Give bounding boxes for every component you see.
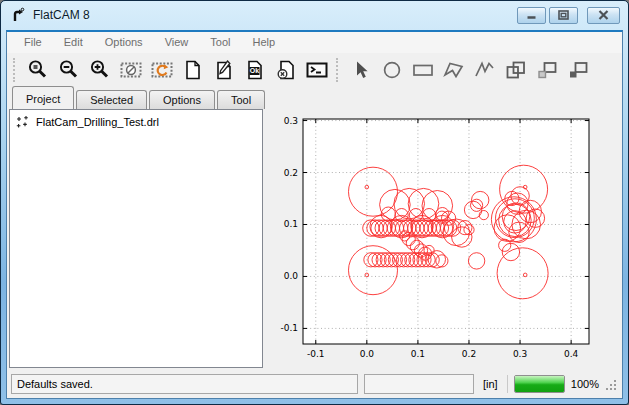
- delete-document-icon: [275, 59, 297, 81]
- zoom-fit-icon: [27, 59, 49, 81]
- client-area: File Edit Options View Tool Help: [6, 30, 623, 399]
- progress-bar: [514, 375, 565, 393]
- coordinates-field: [364, 374, 474, 394]
- progress-fill: [515, 376, 564, 392]
- replot-icon: [150, 59, 174, 81]
- resize-grip[interactable]: [605, 377, 618, 398]
- tab-bar: Project Selected Options Tool: [7, 86, 622, 109]
- toolbar-handle[interactable]: [336, 58, 340, 82]
- svg-text:0.3: 0.3: [284, 116, 298, 126]
- zoom-in-icon: [89, 59, 111, 81]
- select-tool-button[interactable]: [347, 56, 374, 83]
- svg-text:0.2: 0.2: [462, 349, 476, 359]
- intersection-shapes-icon: [535, 59, 559, 81]
- svg-text:0.1: 0.1: [411, 349, 425, 359]
- path-polyline-icon: [472, 59, 498, 81]
- toolbar: Ok: [7, 53, 622, 86]
- menu-bar: File Edit Options View Tool Help: [7, 32, 622, 53]
- titlebar[interactable]: FlatCAM 8: [1, 1, 628, 29]
- zoom-fit-button[interactable]: [24, 56, 51, 83]
- drill-points-icon: [16, 115, 29, 128]
- progress-label: 100%: [571, 378, 599, 390]
- new-geometry-button[interactable]: [179, 56, 206, 83]
- menu-tool[interactable]: Tool: [199, 32, 241, 53]
- close-button[interactable]: [587, 7, 620, 24]
- menu-help[interactable]: Help: [241, 32, 286, 53]
- maximize-icon: [558, 10, 569, 20]
- minimize-icon: [526, 11, 537, 20]
- rectangle-tool-button[interactable]: [409, 56, 436, 83]
- clear-plot-button[interactable]: [117, 56, 144, 83]
- tab-tool[interactable]: Tool: [217, 90, 265, 109]
- zoom-in-button[interactable]: [86, 56, 113, 83]
- ok-document-icon: Ok: [244, 59, 266, 81]
- main-area: FlatCam_Drilling_Test.drl -0.10.00.10.20…: [7, 109, 622, 370]
- svg-text:0.2: 0.2: [284, 168, 298, 178]
- update-geometry-button[interactable]: Ok: [241, 56, 268, 83]
- tab-options[interactable]: Options: [149, 90, 215, 109]
- drill-plot[interactable]: -0.10.00.10.20.30.4-0.10.00.10.20.3: [265, 109, 624, 371]
- path-tool-button[interactable]: [471, 56, 498, 83]
- union-shapes-icon: [504, 59, 528, 81]
- shell-button[interactable]: [303, 56, 330, 83]
- units-label: [in]: [480, 378, 501, 390]
- svg-text:0.3: 0.3: [513, 349, 527, 359]
- edit-pencil-icon: [213, 59, 235, 81]
- select-arrow-icon: [350, 59, 372, 81]
- polygon-shape-icon: [441, 59, 467, 81]
- plot-canvas[interactable]: -0.10.00.10.20.30.4-0.10.00.10.20.3: [265, 109, 620, 368]
- rectangle-shape-icon: [410, 59, 436, 81]
- flatcam-window: FlatCAM 8 File Edit Options View Tool He…: [0, 0, 629, 405]
- project-tree[interactable]: FlatCam_Drilling_Test.drl: [9, 109, 263, 368]
- statusbar-separator: [507, 375, 508, 393]
- toolbar-handle[interactable]: [13, 58, 17, 82]
- menu-edit[interactable]: Edit: [53, 32, 94, 53]
- svg-text:-0.1: -0.1: [280, 323, 298, 333]
- svg-text:0.0: 0.0: [360, 349, 375, 359]
- union-tool-button[interactable]: [502, 56, 529, 83]
- zoom-out-button[interactable]: [55, 56, 82, 83]
- clear-plot-icon: [119, 59, 143, 81]
- delete-object-button[interactable]: [272, 56, 299, 83]
- svg-text:-0.1: -0.1: [307, 349, 325, 359]
- subtract-shapes-icon: [566, 59, 590, 81]
- window-title: FlatCAM 8: [33, 8, 90, 22]
- svg-text:0.4: 0.4: [564, 349, 579, 359]
- circle-shape-icon: [380, 59, 404, 81]
- zoom-out-icon: [58, 59, 80, 81]
- flatcam-logo-icon: [10, 7, 27, 24]
- new-document-icon: [182, 59, 204, 81]
- polygon-tool-button[interactable]: [440, 56, 467, 83]
- tree-item-drill-file[interactable]: FlatCam_Drilling_Test.drl: [10, 110, 262, 131]
- svg-text:0.1: 0.1: [284, 219, 298, 229]
- tree-item-label: FlatCam_Drilling_Test.drl: [36, 116, 159, 128]
- svg-text:Ok: Ok: [249, 67, 258, 74]
- intersection-tool-button[interactable]: [533, 56, 560, 83]
- edit-geometry-button[interactable]: [210, 56, 237, 83]
- tab-project[interactable]: Project: [12, 86, 74, 109]
- shell-terminal-icon: [305, 59, 329, 81]
- minimize-button[interactable]: [517, 7, 546, 24]
- close-icon: [598, 10, 609, 20]
- maximize-button[interactable]: [549, 7, 578, 24]
- status-bar: Defaults saved. [in] 100%: [7, 370, 622, 398]
- status-message: Defaults saved.: [11, 374, 358, 394]
- circle-tool-button[interactable]: [378, 56, 405, 83]
- tab-selected[interactable]: Selected: [76, 90, 147, 109]
- subtract-tool-button[interactable]: [564, 56, 591, 83]
- menu-options[interactable]: Options: [94, 32, 154, 53]
- menu-file[interactable]: File: [13, 32, 53, 53]
- menu-view[interactable]: View: [154, 32, 200, 53]
- svg-text:0.0: 0.0: [284, 271, 299, 281]
- replot-button[interactable]: [148, 56, 175, 83]
